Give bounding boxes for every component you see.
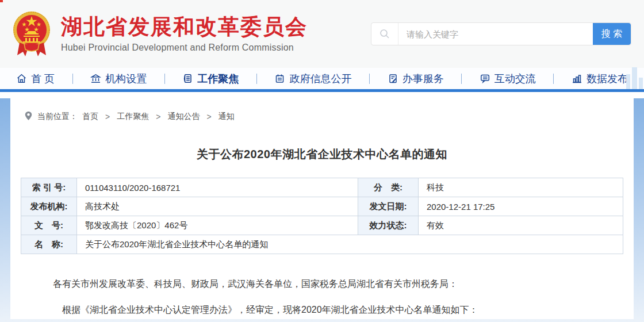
breadcrumb-notice[interactable]: 通知 (218, 112, 235, 122)
bar-chart-icon (572, 73, 582, 84)
breadcrumb: 当前位置： 首页 > 工作聚焦 > 通知公告 > 通知 (21, 111, 623, 122)
nav-item-work-focus[interactable]: 工作聚焦 (182, 72, 239, 86)
meta-label-title: 名 称: (21, 235, 77, 254)
article-paragraph: 各有关市州发展改革委、科技局、财政局，武汉海关各单位，国家税务总局湖北省有关市州… (34, 277, 610, 291)
search-icon (371, 23, 398, 45)
search-button[interactable]: 搜 索 (593, 23, 631, 45)
nav-divider (72, 74, 73, 84)
site-logo[interactable]: 湖北省发展和改革委员会 Hubei Provincial Development… (13, 9, 308, 59)
nav-item-interaction[interactable]: 互动交流 (480, 72, 536, 86)
meta-label-issue-date: 发文日期: (358, 197, 419, 216)
calendar-icon (274, 73, 285, 84)
nav-divider (553, 74, 554, 84)
meta-value-validity: 有效 (419, 216, 623, 235)
main-nav: 首 页 机构设置 工作聚焦 政府信息公开 (0, 68, 644, 92)
meta-value-doc-number: 鄂发改高技〔2020〕462号 (77, 216, 358, 235)
article-body: 各有关市州发展改革委、科技局、财政局，武汉海关各单位，国家税务总局湖北省有关市州… (21, 277, 623, 317)
nav-divider (256, 74, 257, 84)
meta-value-category: 科技 (419, 178, 623, 197)
meta-value-title: 关于公布2020年湖北省企业技术中心名单的通知 (77, 235, 623, 254)
document-icon (182, 73, 193, 84)
national-emblem-icon (13, 9, 51, 59)
nav-label: 工作聚焦 (197, 72, 239, 86)
location-pin-icon (24, 111, 33, 122)
breadcrumb-work-focus[interactable]: 工作聚焦 (117, 112, 149, 122)
site-subtitle: Hubei Provincial Development and Reform … (61, 43, 308, 53)
breadcrumb-separator: > (156, 112, 160, 121)
red-corner-mark (0, 0, 3, 2)
nav-item-services[interactable]: 办事服务 (388, 72, 444, 86)
nav-label: 数据发布 (586, 72, 628, 86)
meta-label-issuing-agency: 发布机构: (21, 197, 77, 216)
nav-label: 机构设置 (105, 72, 147, 86)
nav-divider (461, 74, 462, 84)
site-header: 湖北省发展和改革委员会 Hubei Provincial Development… (0, 0, 644, 68)
site-title: 湖北省发展和改革委员会 (61, 15, 308, 40)
service-icon (388, 73, 398, 84)
breadcrumb-label: 当前位置： (37, 112, 78, 122)
breadcrumb-separator: > (105, 112, 110, 121)
meta-value-index-no: 011043110/2020-168721 (77, 178, 358, 197)
institution-icon (90, 73, 101, 84)
search-input[interactable] (398, 23, 593, 45)
meta-label-doc-number: 文 号: (21, 216, 77, 235)
nav-divider (164, 74, 165, 84)
article-title: 关于公布2020年湖北省企业技术中心名单的通知 (21, 147, 623, 162)
meta-label-category: 分 类: (358, 178, 419, 197)
breadcrumb-notices[interactable]: 通知公告 (167, 112, 200, 122)
nav-item-gov-info[interactable]: 政府信息公开 (274, 72, 351, 86)
nav-item-home[interactable]: 首 页 (16, 72, 55, 86)
nav-item-data-release[interactable]: 数据发布 (572, 72, 628, 86)
nav-label: 政府信息公开 (289, 72, 351, 86)
meta-label-validity: 效力状态: (358, 216, 419, 235)
home-icon (16, 73, 27, 84)
meta-value-issue-date: 2020-12-21 17:25 (419, 197, 623, 216)
document-meta-table: 索 引 号: 011043110/2020-168721 分 类: 科技 发布机… (21, 178, 623, 254)
nav-item-institution[interactable]: 机构设置 (90, 72, 147, 86)
chat-icon (480, 73, 490, 84)
search-box: 搜 索 (371, 22, 631, 45)
nav-label: 办事服务 (402, 72, 444, 86)
content-card: 当前位置： 首页 > 工作聚焦 > 通知公告 > 通知 关于公布2020年湖北省… (10, 98, 634, 319)
meta-value-issuing-agency: 高技术处 (77, 197, 358, 216)
nav-divider (369, 74, 370, 84)
page-background: 当前位置： 首页 > 工作聚焦 > 通知公告 > 通知 关于公布2020年湖北省… (0, 98, 644, 322)
meta-label-index-no: 索 引 号: (21, 178, 77, 197)
skyline-decoration (626, 67, 643, 89)
breadcrumb-separator: > (206, 112, 211, 121)
nav-label: 互动交流 (494, 72, 536, 86)
article-paragraph: 根据《湖北省企业技术中心认定管理办法》，经审定，现将2020年湖北省企业技术中心… (34, 303, 610, 317)
breadcrumb-home[interactable]: 首页 (82, 112, 98, 122)
nav-label: 首 页 (31, 72, 55, 86)
